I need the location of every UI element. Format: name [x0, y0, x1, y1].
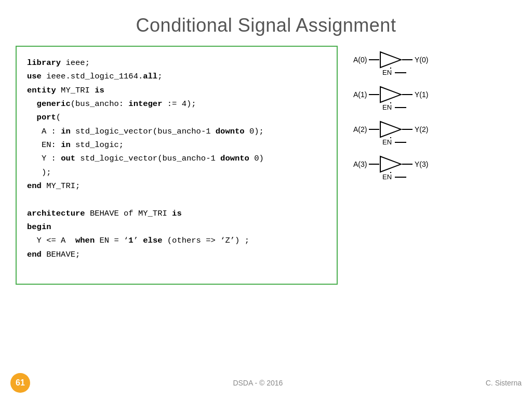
- tri-buffer-symbol: [379, 121, 402, 138]
- code-line: Y <= A when EN = ‘1’ else (others => ‘Z’…: [27, 234, 326, 247]
- wire-left: [369, 94, 379, 95]
- tri-buffer-symbol: [379, 86, 402, 103]
- code-line: architecture BEHAVE of MY_TRI is: [27, 207, 326, 220]
- en-line-h: [395, 142, 406, 143]
- tri-gate-upper: A(2) Y(2): [353, 121, 499, 138]
- wire-right: [402, 129, 413, 130]
- en-label: EN: [382, 69, 395, 76]
- footer: 61 DSDA - © 2016 C. Sisterna: [0, 373, 532, 393]
- wire-left: [369, 164, 379, 165]
- output-label: Y(1): [415, 90, 430, 99]
- en-wire: EN: [382, 69, 499, 76]
- slide-container: Conditional Signal Assignment library ie…: [0, 0, 532, 399]
- wire-right: [402, 164, 413, 165]
- svg-marker-4: [380, 122, 401, 137]
- output-label: Y(2): [415, 125, 430, 134]
- code-line: Y : out std_logic_vector(bus_ancho-1 dow…: [27, 152, 326, 165]
- en-line-h: [395, 177, 406, 178]
- tri-gate-row: A(2) Y(2)EN: [353, 121, 499, 146]
- tri-buffer-symbol: [379, 155, 402, 173]
- wire-right: [402, 59, 413, 60]
- diagram-area: A(0) Y(0)ENA(1) Y(1)ENA(2) Y(2)ENA(3) Y(…: [353, 46, 499, 285]
- en-label: EN: [382, 138, 395, 146]
- input-label: A(3): [353, 160, 369, 168]
- output-label: Y(0): [415, 56, 430, 64]
- svg-marker-6: [380, 156, 401, 172]
- code-line: port(: [27, 111, 326, 124]
- tri-gate-row: A(0) Y(0)EN: [353, 51, 499, 76]
- code-line: begin: [27, 220, 326, 234]
- content-area: library ieee;use ieee.std_logic_1164.all…: [0, 46, 532, 285]
- wire-left: [369, 59, 379, 60]
- code-line: entity MY_TRI is: [27, 84, 326, 97]
- slide-title: Conditional Signal Assignment: [0, 0, 532, 46]
- code-line: EN: in std_logic;: [27, 138, 326, 152]
- wire-left: [369, 129, 379, 130]
- tri-buffer-symbol: [379, 51, 402, 69]
- page-badge: 61: [10, 373, 30, 393]
- footer-center: DSDA - © 2016: [30, 379, 486, 387]
- tri-gate-upper: A(1) Y(1): [353, 86, 499, 103]
- tri-gate-upper: A(0) Y(0): [353, 51, 499, 69]
- wire-right: [402, 94, 413, 95]
- code-line: end BEHAVE;: [27, 248, 326, 261]
- tri-gate-row: A(1) Y(1)EN: [353, 86, 499, 111]
- code-line: generic(bus_ancho: integer := 4);: [27, 97, 326, 111]
- code-line: [27, 193, 326, 206]
- code-line: use ieee.std_logic_1164.all;: [27, 70, 326, 83]
- svg-marker-2: [380, 87, 401, 102]
- en-wire: EN: [382, 138, 499, 146]
- en-line-h: [395, 72, 406, 73]
- en-label: EN: [382, 173, 395, 181]
- en-line-h: [395, 107, 406, 108]
- footer-right: C. Sisterna: [486, 379, 522, 387]
- input-label: A(2): [353, 125, 369, 134]
- code-box: library ieee;use ieee.std_logic_1164.all…: [16, 46, 338, 285]
- tri-gate-row: A(3) Y(3)EN: [353, 155, 499, 181]
- en-label: EN: [382, 103, 395, 111]
- en-wire: EN: [382, 173, 499, 181]
- svg-marker-0: [380, 52, 401, 68]
- code-line: );: [27, 166, 326, 179]
- code-line: end MY_TRI;: [27, 179, 326, 193]
- code-line: library ieee;: [27, 56, 326, 70]
- output-label: Y(3): [415, 160, 430, 168]
- en-wire: EN: [382, 103, 499, 111]
- input-label: A(0): [353, 56, 369, 64]
- input-label: A(1): [353, 90, 369, 99]
- code-line: A : in std_logic_vector(bus_ancho-1 down…: [27, 125, 326, 138]
- tri-gate-upper: A(3) Y(3): [353, 155, 499, 173]
